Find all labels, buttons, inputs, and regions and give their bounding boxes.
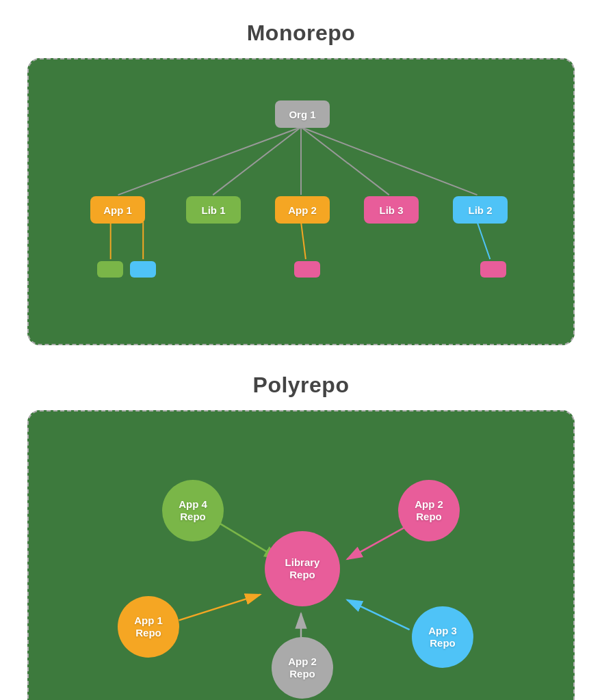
polyrepo-diagram: LibraryRepo App 4Repo App 2Repo App 1Rep… (27, 410, 575, 700)
org1-node: Org 1 (275, 100, 330, 128)
lib1-node: Lib 1 (186, 196, 241, 224)
app2-node: App 2 (275, 196, 330, 224)
app3-repo-node: App 3Repo (412, 606, 473, 668)
svg-line-17 (347, 600, 409, 630)
sub-green-node (97, 261, 123, 278)
svg-line-8 (477, 222, 490, 259)
svg-line-7 (301, 222, 306, 259)
monorepo-diagram: Org 1 App 1 Lib 1 App 2 Lib 3 Lib 2 (27, 58, 575, 345)
svg-line-16 (179, 595, 261, 621)
lib3-node: Lib 3 (364, 196, 419, 224)
sub-pink2-node (480, 261, 506, 278)
monorepo-title: Monorepo (247, 21, 356, 46)
sub-pink1-node (294, 261, 320, 278)
svg-line-1 (213, 127, 301, 195)
library-repo-node: LibraryRepo (265, 531, 340, 606)
app2-top-repo-node: App 2Repo (398, 480, 460, 541)
polyrepo-title: Polyrepo (253, 373, 350, 398)
app1-node: App 1 (90, 196, 145, 224)
sub-blue-node (130, 261, 156, 278)
app4-repo-node: App 4Repo (162, 480, 224, 541)
app2-bot-repo-node: App 2Repo (272, 637, 333, 699)
svg-line-3 (301, 127, 389, 195)
lib2-node: Lib 2 (453, 196, 508, 224)
svg-line-0 (118, 127, 301, 195)
svg-line-4 (301, 127, 477, 195)
svg-line-15 (347, 525, 409, 560)
app1-repo-node: App 1Repo (118, 596, 179, 658)
